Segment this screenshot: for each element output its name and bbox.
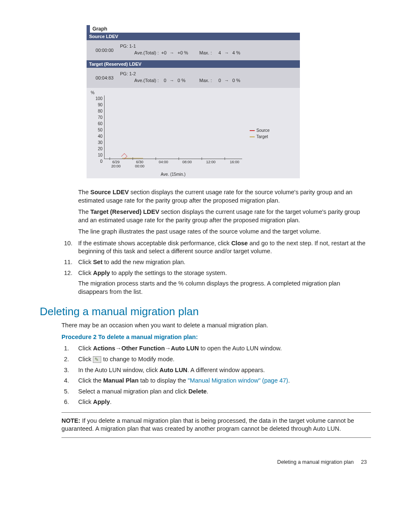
note-label: NOTE:	[61, 417, 80, 424]
usage-chart: % 100 90 80 70 60 50 40 30 20 10 0	[91, 90, 250, 174]
source-ave-label: Ave.(Total) :	[134, 50, 159, 55]
paragraph: The Target (Reserved) LDEV section displ…	[78, 208, 371, 224]
target-ldev-row: 00:04:83 PG: 1-2 Ave.(Total) : 0 → 0 % M…	[87, 68, 300, 88]
step-11: 11. Click Set to add the new migration p…	[61, 258, 371, 267]
arrow-icon: →	[170, 50, 174, 55]
target-max-from: 0	[214, 78, 221, 83]
legend-source: Source	[256, 128, 270, 133]
page-footer: Deleting a manual migration plan 23	[40, 459, 371, 466]
chart-area: % 100 90 80 70 60 50 40 30 20 10 0	[87, 88, 300, 178]
target-max-to: 0 %	[232, 78, 240, 83]
proc2-step-1: 1. Click Actions→Other Function→Auto LUN…	[61, 344, 371, 353]
chart-legend: Source Target	[250, 90, 279, 174]
y-axis-label: %	[91, 90, 95, 95]
page-number: 23	[361, 459, 367, 465]
target-ldev-header: Target (Reserved) LDEV	[87, 60, 300, 68]
target-ave-from: 0	[161, 78, 166, 83]
arrow-icon: →	[170, 78, 174, 83]
target-pg: PG: 1-2	[120, 71, 297, 76]
target-ave-to: 0 %	[178, 78, 192, 83]
graph-header: Graph	[87, 25, 300, 33]
proc2-step-6: 6. Click Apply.	[61, 398, 371, 406]
legend-target: Target	[256, 134, 268, 139]
y-ticks: 100 90 80 70 60 50 40 30 20 10 0	[91, 95, 102, 164]
arrow-icon: →	[224, 50, 229, 55]
source-max-to: 4 %	[232, 50, 240, 55]
step-10: 10. If the estimate shows acceptable dis…	[61, 239, 371, 256]
source-time: 00:00:00	[89, 44, 120, 53]
source-ldev-header: Source LDEV	[87, 33, 300, 40]
note-block: NOTE: If you delete a manual migration p…	[61, 412, 371, 438]
modify-mode-icon[interactable]	[93, 356, 101, 363]
graph-panel: Graph Source LDEV 00:00:00 PG: 1-1 Ave.(…	[87, 25, 300, 178]
source-max-from: 4	[214, 50, 221, 55]
procedure-2-title: Procedure 2 To delete a manual migration…	[61, 333, 371, 342]
source-swatch	[250, 130, 255, 131]
paragraph: There may be an occasion when you want t…	[61, 321, 371, 330]
paragraph: The line graph illustrates the past usag…	[78, 228, 371, 236]
x-ticks: 6/29 20:00 6/30 00:00 04:00 08:00 12:00 …	[104, 160, 246, 168]
plot-box	[104, 95, 242, 159]
target-ave-label: Ave.(Total) :	[134, 78, 159, 83]
arrow-icon: →	[224, 78, 229, 83]
target-swatch	[250, 136, 255, 137]
target-max-label: Max. :	[200, 78, 212, 83]
proc2-step-2: 2. Click to change to Modify mode.	[61, 355, 371, 364]
proc2-step-3: 3. In the Auto LUN window, click Auto LU…	[61, 366, 371, 375]
note-body: If you delete a manual migration plan th…	[61, 417, 354, 432]
step-12: 12. Click Apply to apply the settings to…	[61, 269, 371, 296]
source-pg: PG: 1-1	[120, 44, 297, 49]
paragraph: The Source LDEV section displays the cur…	[78, 188, 371, 205]
footer-text: Deleting a manual migration plan	[277, 459, 354, 465]
procedure-2-steps: 1. Click Actions→Other Function→Auto LUN…	[61, 344, 371, 406]
target-time: 00:04:83	[89, 71, 120, 80]
x-axis-label: Ave. (15min.)	[104, 172, 242, 177]
source-ave-from: +0	[161, 50, 166, 55]
source-ave-to: +0 %	[178, 50, 192, 55]
proc2-step-4: 4. Click the Manual Plan tab to display …	[61, 377, 371, 385]
steps-list: 10. If the estimate shows acceptable dis…	[61, 239, 371, 296]
source-ldev-row: 00:00:00 PG: 1-1 Ave.(Total) : +0 → +0 %…	[87, 40, 300, 60]
proc2-step-5: 5. Select a manual migration plan and cl…	[61, 388, 371, 396]
heading-deleting: Deleting a manual migration plan	[40, 304, 371, 319]
source-max-label: Max. :	[200, 50, 212, 55]
step-12-sub: The migration process starts and the % c…	[78, 280, 371, 296]
manual-migration-link[interactable]: "Manual Migration window" (page 47)	[188, 377, 288, 384]
